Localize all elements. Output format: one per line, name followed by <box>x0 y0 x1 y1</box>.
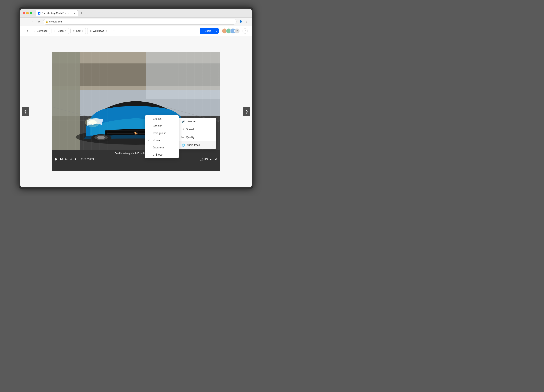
video-progress-fill <box>55 156 58 156</box>
english-label: English <box>153 117 161 120</box>
chinese-label: Chinese <box>153 153 162 156</box>
title-bar: ☁ Ford Mustang Mach-E on high... ✕ + <box>20 9 252 18</box>
account-icon[interactable]: 👤 <box>238 19 243 24</box>
workflows-icon: ♫ <box>90 29 92 32</box>
quality-menu-icon <box>182 135 184 139</box>
svg-point-19 <box>91 134 112 142</box>
download-label: Download <box>37 29 47 32</box>
back-nav-button[interactable]: ‹ <box>24 28 30 34</box>
play-button[interactable] <box>55 158 58 161</box>
dropbox-icon: ☁ <box>38 12 40 14</box>
edit-chevron-icon: ∨ <box>82 30 83 32</box>
svg-rect-5 <box>146 52 220 99</box>
svg-text:🐎: 🐎 <box>134 131 138 135</box>
svg-point-21 <box>95 135 108 140</box>
tab-title: Ford Mustang Mach-E on high... <box>41 12 72 15</box>
maximize-window-button[interactable] <box>30 12 32 14</box>
main-content: ❮ <box>20 36 252 187</box>
svg-marker-27 <box>61 158 63 160</box>
share-main-button[interactable]: ↑ Share <box>200 28 214 34</box>
forward-10-button[interactable]: 10 <box>70 158 73 161</box>
help-button[interactable]: ? <box>242 28 248 34</box>
more-options-button[interactable]: ••• <box>111 28 117 34</box>
video-progress-bar[interactable] <box>55 156 217 156</box>
settings-item-audio-track[interactable]: 🌐 Audio track › <box>178 141 216 149</box>
open-label: Open <box>58 29 64 32</box>
reload-button[interactable]: ↻ <box>36 19 41 24</box>
workflows-button[interactable]: ♫ Workflows ∨ <box>87 28 109 34</box>
svg-rect-26 <box>60 158 61 160</box>
video-title-row: Ford Mustang Mach-E on highway.mov <box>55 152 217 155</box>
volume-button[interactable] <box>209 158 213 161</box>
japanese-label: Japanese <box>153 146 164 149</box>
audio-option-chinese[interactable]: ✓ Chinese <box>145 151 179 158</box>
traffic-lights <box>23 12 32 14</box>
svg-point-38 <box>216 159 216 160</box>
lock-icon: 🔒 <box>46 20 48 23</box>
next-file-button[interactable]: ❯ <box>243 107 250 116</box>
replay-10-button[interactable]: 10 <box>65 158 68 161</box>
open-button[interactable]: ⬚ Open ∨ <box>52 28 69 34</box>
audio-option-english[interactable]: ✓ English <box>145 115 179 122</box>
address-text: dropbox.com <box>49 20 62 23</box>
avatars-group: 7 <box>222 28 240 34</box>
svg-marker-33 <box>75 158 77 160</box>
time-current: 00:00 <box>81 158 86 160</box>
audio-option-japanese[interactable]: ✓ Japanese <box>145 144 179 151</box>
settings-item-volume[interactable]: 🔊 Volume › <box>178 118 216 125</box>
svg-point-17 <box>85 118 100 127</box>
prev-file-button[interactable]: ❮ <box>22 107 29 116</box>
speed-menu-label: Speed <box>186 128 211 131</box>
close-window-button[interactable] <box>23 12 25 14</box>
right-arrow-icon: ❯ <box>245 110 248 114</box>
new-tab-button[interactable]: + <box>79 11 84 16</box>
workflows-chevron-icon: ∨ <box>106 30 107 32</box>
avatar-count[interactable]: 7 <box>234 28 240 34</box>
audio-option-korean[interactable]: ✓ Korean <box>145 137 179 144</box>
nav-bar: ← → ↻ 🔒 dropbox.com 👤 ⋮ <box>20 18 252 26</box>
back-button[interactable]: ← <box>23 19 28 24</box>
nav-right: 👤 ⋮ <box>238 19 249 24</box>
fullscreen-button[interactable] <box>200 158 203 161</box>
svg-marker-37 <box>210 158 211 160</box>
svg-point-15 <box>89 120 97 125</box>
skip-forward-button[interactable] <box>75 158 78 161</box>
audio-option-spanish[interactable]: ✓ Spanish <box>145 122 179 129</box>
captions-button[interactable] <box>205 158 207 161</box>
outer-frame: ☁ Ford Mustang Mach-E on high... ✕ + ← →… <box>19 7 253 189</box>
svg-rect-6 <box>52 52 80 150</box>
svg-line-7 <box>52 107 109 122</box>
more-icon: ••• <box>113 29 116 32</box>
video-controls-row: 10 10 00:00 / 18:24 <box>55 158 217 161</box>
address-bar[interactable]: 🔒 dropbox.com <box>43 19 237 24</box>
left-arrow-icon: ❮ <box>24 110 27 114</box>
spanish-label: Spanish <box>153 124 162 128</box>
settings-item-quality[interactable]: Quality › <box>178 133 216 141</box>
share-chevron-button[interactable]: ∨ <box>214 28 219 34</box>
skip-back-button[interactable] <box>60 158 63 161</box>
korean-label: Korean <box>153 139 161 142</box>
settings-item-speed[interactable]: Speed › <box>178 125 216 133</box>
svg-text:10: 10 <box>71 159 72 160</box>
tab-close-button[interactable]: ✕ <box>73 12 76 15</box>
active-tab[interactable]: ☁ Ford Mustang Mach-E on high... ✕ <box>35 10 78 17</box>
toolbar: ‹ ↓ Download ⬚ Open ∨ ✏ Edit ∨ ♫ Workflo… <box>20 26 252 36</box>
forward-button[interactable]: → <box>30 19 35 24</box>
share-icon: ↑ <box>202 29 204 32</box>
share-label: Share <box>205 29 211 32</box>
browser-menu-button[interactable]: ⋮ <box>244 19 249 24</box>
share-button-group: ↑ Share ∨ <box>200 28 219 34</box>
svg-rect-1 <box>52 52 220 90</box>
audio-option-portuguese[interactable]: ✓ Portuguese <box>145 129 179 137</box>
svg-marker-25 <box>55 158 58 160</box>
settings-menu: 🔊 Volume › Speed › <box>178 118 216 149</box>
speed-menu-icon <box>182 128 184 131</box>
edit-button[interactable]: ✏ Edit ∨ <box>71 28 86 34</box>
svg-rect-2 <box>52 64 220 86</box>
svg-rect-40 <box>182 136 184 138</box>
settings-button[interactable] <box>214 158 217 161</box>
download-button[interactable]: ↓ Download <box>32 28 50 34</box>
audio-track-arrow-icon: › <box>213 144 213 146</box>
video-container: 🐎 <box>52 52 220 171</box>
minimize-window-button[interactable] <box>26 12 29 14</box>
